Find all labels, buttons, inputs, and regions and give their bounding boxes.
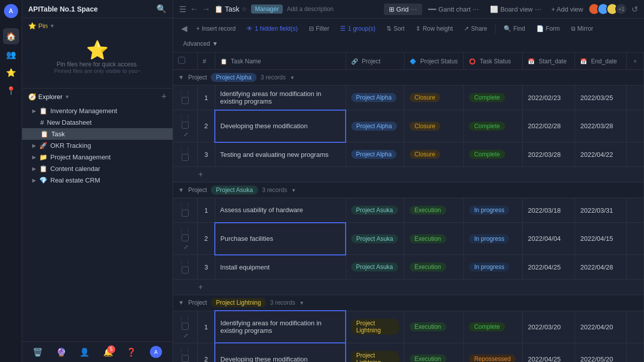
- start-date-cell[interactable]: 2022/03/20: [523, 311, 575, 343]
- trash-button[interactable]: 🗑️: [33, 347, 43, 357]
- forward-button[interactable]: →: [202, 5, 210, 14]
- sidebar-item-project-mgmt[interactable]: ▶ 📁 Project Management: [22, 151, 173, 163]
- task-status-cell[interactable]: Complete: [464, 110, 523, 142]
- task-name-cell[interactable]: Identifying areas for modification in ex…: [215, 311, 346, 343]
- row-checkbox[interactable]: [182, 323, 189, 330]
- end-date-cell[interactable]: 2022/03/31: [575, 198, 626, 223]
- back-button[interactable]: ←: [190, 5, 198, 14]
- help-button[interactable]: ❓: [126, 347, 136, 357]
- task-status-cell[interactable]: In progress: [464, 223, 523, 255]
- end-date-cell[interactable]: 2022/03/25: [575, 85, 626, 110]
- group-collapse-icon[interactable]: ▼: [178, 187, 184, 194]
- add-view-button[interactable]: + Add view: [547, 4, 587, 15]
- end-date-cell[interactable]: 2022/04/20: [575, 311, 626, 343]
- board-tab-dots[interactable]: ⋯: [535, 6, 541, 13]
- project-status-cell[interactable]: Execution: [404, 223, 464, 255]
- sidebar-item-task[interactable]: 📋 Task: [22, 128, 173, 140]
- project-cell[interactable]: Project Asuka: [346, 223, 404, 255]
- row-drag-handle[interactable]: ⋮⋮: [178, 227, 191, 234]
- star-favorite-icon[interactable]: ☆: [242, 6, 247, 13]
- people-icon[interactable]: 👥: [3, 46, 19, 62]
- share-button[interactable]: ↗ Share: [460, 23, 491, 34]
- expand-icon[interactable]: ⤢: [184, 244, 188, 250]
- mirror-button[interactable]: ⧉ Mirror: [567, 23, 597, 34]
- th-end-date[interactable]: 📅 End_date: [575, 53, 626, 70]
- task-name-cell[interactable]: Developing these modification: [215, 343, 346, 362]
- project-status-cell[interactable]: Execution: [404, 255, 464, 280]
- user-avatar[interactable]: A: [4, 4, 18, 18]
- members-button[interactable]: 👤: [79, 347, 90, 357]
- sidebar-item-okr[interactable]: ▶ 🚀 OKR Tracking: [22, 140, 173, 151]
- sidebar-item-content[interactable]: ▶ 📋 Content calendar: [22, 163, 173, 174]
- project-status-cell[interactable]: Execution: [404, 198, 464, 223]
- collapse-sidebar-button[interactable]: ☰: [179, 5, 186, 14]
- row-drag-handle[interactable]: ⋮⋮: [178, 89, 191, 97]
- project-status-cell[interactable]: Execution: [404, 311, 464, 343]
- th-task-name[interactable]: 📋 Task Name: [215, 53, 346, 70]
- row-checkbox[interactable]: [182, 210, 189, 217]
- row-checkbox[interactable]: [182, 154, 189, 161]
- th-task-status[interactable]: ⭕ Task Status: [464, 53, 523, 70]
- task-name-cell[interactable]: Purchase facilities: [215, 223, 346, 255]
- add-row-cell[interactable]: +: [173, 280, 644, 295]
- sidebar-item-new-datasheet[interactable]: # New Datasheet: [22, 117, 173, 128]
- task-name-cell[interactable]: Developing these modification: [215, 110, 346, 142]
- advanced-button[interactable]: Advanced ▼: [179, 38, 222, 49]
- th-project-status[interactable]: 🔷 Project Status: [404, 53, 464, 70]
- task-status-cell[interactable]: Complete: [464, 142, 523, 167]
- form-button[interactable]: 📄 Form: [532, 23, 564, 34]
- collapse-panel-button[interactable]: ◀: [179, 22, 189, 35]
- project-status-cell[interactable]: Closure: [404, 85, 464, 110]
- pin-header[interactable]: ⭐ Pin ▼: [28, 22, 167, 30]
- end-date-cell[interactable]: 2022/03/28: [575, 110, 626, 142]
- group-arrow-icon[interactable]: ▼: [291, 188, 296, 193]
- task-name-cell[interactable]: Assess usability of hardware: [215, 198, 346, 223]
- th-start-date[interactable]: 📅 Start_date: [523, 53, 575, 70]
- group-collapse-icon[interactable]: ▼: [178, 74, 184, 81]
- start-date-cell[interactable]: 2022/04/04: [523, 223, 575, 255]
- location-icon[interactable]: 📍: [3, 82, 19, 99]
- group-arrow-icon[interactable]: ▼: [290, 75, 295, 80]
- notifications-button[interactable]: 🔔 5: [103, 347, 113, 357]
- end-date-cell[interactable]: 2022/04/22: [575, 142, 626, 167]
- row-drag-handle[interactable]: ⋮⋮: [178, 315, 191, 323]
- add-row-cell[interactable]: +: [173, 167, 644, 183]
- select-all-checkbox[interactable]: [178, 57, 185, 64]
- group-collapse-icon[interactable]: ▼: [178, 299, 184, 306]
- task-status-cell[interactable]: Repossessed: [464, 343, 523, 362]
- sidebar-item-inventory[interactable]: ▶ 📋 Inventory Management: [22, 105, 173, 117]
- start-date-cell[interactable]: 2022/03/18: [523, 198, 575, 223]
- group-arrow-icon[interactable]: ▼: [299, 300, 304, 306]
- row-drag-handle[interactable]: ⋮⋮: [178, 347, 191, 355]
- grid-tab-dots[interactable]: ⋯: [411, 6, 417, 13]
- project-cell[interactable]: Project Lightning: [346, 311, 404, 343]
- user-profile-button[interactable]: A: [150, 346, 162, 358]
- expand-icon[interactable]: ⤢: [184, 332, 188, 338]
- row-checkbox[interactable]: [182, 355, 189, 362]
- row-drag-handle[interactable]: ⋮⋮: [178, 114, 191, 122]
- project-cell[interactable]: Project Alpha: [346, 85, 404, 110]
- sort-button[interactable]: ⇅ Sort: [382, 23, 409, 34]
- task-name-cell[interactable]: Testing and evaluating new programs: [215, 142, 346, 167]
- project-cell[interactable]: Project Asuka: [346, 198, 404, 223]
- row-checkbox[interactable]: [182, 122, 189, 129]
- task-status-cell[interactable]: Complete: [464, 311, 523, 343]
- end-date-cell[interactable]: 2022/04/15: [575, 223, 626, 255]
- row-height-button[interactable]: ⇕ Row height: [412, 23, 457, 34]
- home-icon[interactable]: 🏠: [3, 28, 19, 44]
- project-status-cell[interactable]: Closure: [404, 142, 464, 167]
- gantt-tab-dots[interactable]: ⋯: [472, 6, 479, 13]
- templates-button[interactable]: 🔮: [56, 347, 66, 357]
- tab-board[interactable]: ⬜ Board view ⋯: [485, 4, 546, 15]
- row-checkbox[interactable]: [182, 266, 189, 274]
- insert-record-button[interactable]: + Insert record: [192, 23, 239, 34]
- project-cell[interactable]: Project Asuka: [346, 255, 404, 280]
- project-cell[interactable]: Project Lightning: [346, 343, 404, 362]
- th-add-column[interactable]: +: [626, 53, 643, 70]
- end-date-cell[interactable]: 2022/04/28: [575, 255, 626, 280]
- start-date-cell[interactable]: 2022/04/25: [523, 343, 575, 362]
- sidebar-item-crm[interactable]: ▶ 💎 Real estate CRM: [22, 174, 173, 186]
- start-date-cell[interactable]: 2022/02/23: [523, 85, 575, 110]
- tab-gantt[interactable]: ━━ Gantt chart ⋯: [423, 4, 484, 15]
- row-checkbox[interactable]: [182, 97, 189, 104]
